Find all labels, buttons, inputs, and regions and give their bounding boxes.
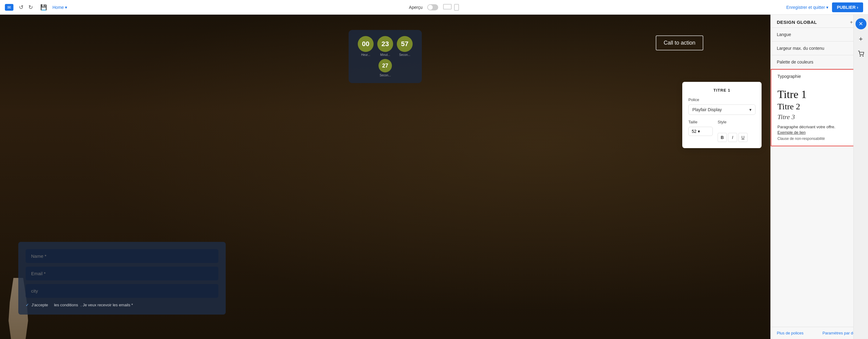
underline-label: U: [741, 135, 744, 140]
toggle-knob: [428, 5, 433, 10]
apercu-label: Aperçu: [409, 5, 423, 10]
svg-point-1: [860, 56, 860, 57]
right-panel: DESIGN GLOBAL + ✕ Langue ▾ Largeur max. …: [770, 15, 868, 339]
name-field[interactable]: [26, 249, 218, 263]
style-group: Style B I U: [718, 120, 747, 142]
countdown-minutes-value: 23: [377, 36, 393, 52]
typo-popup-title: TITRE 1: [688, 88, 755, 92]
close-x-icon[interactable]: ✕: [856, 18, 866, 29]
right-action-icons: ✕ +: [854, 0, 868, 339]
countdown-seconds-value: 57: [397, 36, 413, 52]
save-button[interactable]: 💾: [38, 3, 49, 12]
topbar-left: ✉ ↺ ↻ 💾 Home ▾: [5, 3, 67, 12]
font-select-chevron-icon: ▾: [749, 107, 751, 112]
form-panel: ✓ J'accepte les conditions. Je veux rece…: [18, 242, 226, 315]
police-label: Police: [688, 97, 755, 102]
countdown-hours-value: 00: [358, 36, 374, 52]
underline-button[interactable]: U: [738, 133, 747, 142]
countdown-seconds: 57 Secon...: [397, 36, 413, 57]
largeur-label: Largeur max. du contenu: [777, 46, 825, 51]
countdown-minutes: 23 Minut...: [377, 36, 393, 57]
cta-button[interactable]: Call to action: [656, 35, 703, 50]
main-area: h g f 00 Heur... 23 Minut...: [0, 15, 868, 339]
home-menu-button[interactable]: Home ▾: [53, 5, 67, 10]
sidebar-title: DESIGN GLOBAL: [777, 20, 817, 25]
desktop-icon[interactable]: [443, 4, 452, 9]
countdown-hours: 00 Heur...: [358, 36, 374, 57]
plus-polices-link[interactable]: Plus de polices: [777, 331, 803, 335]
city-field[interactable]: [26, 284, 218, 298]
preview-paragraph: Paragraphe décrivant votre offre.: [777, 124, 861, 130]
save-quit-arrow-icon: ▾: [826, 5, 828, 10]
countdown-sub-label: Secon...: [380, 74, 391, 77]
cart-icon[interactable]: [856, 49, 866, 59]
taille-input[interactable]: 52 ▾: [688, 127, 713, 136]
cta-button-label: Call to action: [664, 40, 695, 46]
undo-redo-group: ↺ ↻: [17, 3, 35, 12]
logo-icon: ✉: [5, 4, 13, 11]
checkbox-suffix: . Je veux recevoir les emails *: [81, 303, 133, 307]
checkbox-label: J'accepte: [31, 303, 48, 307]
palette-label: Palette de couleurs: [777, 60, 813, 64]
taille-group: Taille 52 ▾: [688, 120, 713, 136]
consent-checkbox-row: ✓ J'accepte les conditions. Je veux rece…: [26, 303, 218, 307]
svg-point-2: [863, 56, 863, 57]
countdown-row-sub: 27 Secon...: [378, 59, 392, 77]
typography-preview: Titre 1 Titre 2 Titre 3 Paragraphe décri…: [771, 83, 867, 146]
home-chevron-icon: ▾: [65, 5, 67, 10]
publish-label: PUBLIER: [837, 5, 856, 10]
preview-titre2: Titre 2: [777, 101, 861, 112]
device-icons: [443, 4, 459, 11]
typographie-label: Typographie: [777, 74, 801, 79]
size-style-row: Taille 52 ▾ Style B: [688, 120, 755, 142]
style-label: Style: [718, 120, 747, 124]
conditions-link[interactable]: les conditions: [54, 303, 78, 307]
countdown-widget: 00 Heur... 23 Minut... 57 Secon... 27: [349, 30, 422, 83]
preview-link[interactable]: Exemple de lien: [777, 130, 861, 135]
apercu-toggle[interactable]: [427, 4, 438, 10]
publish-button[interactable]: PUBLIER ›: [832, 2, 863, 12]
save-quit-button[interactable]: Enregistrer et quitter ▾: [786, 5, 828, 10]
checkbox-checkmark-icon: ✓: [26, 303, 29, 307]
preview-disclaimer: Clause de non-responsabilité: [777, 137, 861, 141]
countdown-sub: 27 Secon...: [378, 59, 392, 77]
mobile-icon[interactable]: [454, 4, 459, 11]
countdown-seconds-label: Secon...: [399, 53, 410, 57]
topbar-center: Aperçu: [409, 4, 459, 11]
email-field[interactable]: [26, 266, 218, 280]
taille-label: Taille: [688, 120, 713, 124]
typographie-header[interactable]: Typographie ▾: [771, 69, 867, 83]
redo-button[interactable]: ↻: [27, 3, 35, 12]
font-value: Playfair Display: [692, 107, 722, 112]
save-quit-label: Enregistrer et quitter: [786, 5, 825, 10]
italic-button[interactable]: I: [728, 133, 737, 142]
topbar: ✉ ↺ ↻ 💾 Home ▾ Aperçu Enregistrer et qui…: [0, 0, 868, 15]
countdown-minutes-label: Minut...: [380, 53, 391, 57]
bold-button[interactable]: B: [718, 133, 727, 142]
undo-button[interactable]: ↺: [17, 3, 25, 12]
size-value: 52: [692, 129, 696, 134]
logo-symbol: ✉: [7, 5, 11, 10]
countdown-row-main: 00 Heur... 23 Minut... 57 Secon...: [358, 36, 413, 57]
size-chevron-icon: ▾: [698, 129, 700, 134]
countdown-hours-label: Heur...: [361, 53, 370, 57]
countdown-sub-value: 27: [378, 59, 392, 73]
publish-arrow-icon: ›: [857, 5, 858, 10]
italic-label: I: [732, 135, 733, 140]
canvas: h g f 00 Heur... 23 Minut...: [0, 15, 770, 339]
style-buttons: B I U: [718, 133, 747, 142]
font-select[interactable]: Playfair Display ▾: [688, 105, 755, 115]
preview-titre1: Titre 1: [777, 88, 861, 101]
topbar-right: Enregistrer et quitter ▾ PUBLIER ›: [786, 2, 863, 12]
typography-popup: TITRE 1 Police Playfair Display ▾ Taille…: [682, 82, 762, 148]
add-plus-icon[interactable]: +: [856, 34, 866, 44]
canvas-background: h g f 00 Heur... 23 Minut...: [0, 15, 770, 339]
preview-titre3: Titre 3: [777, 112, 861, 122]
bold-label: B: [721, 135, 724, 140]
langue-label: Langue: [777, 32, 791, 37]
home-label: Home: [53, 5, 64, 10]
